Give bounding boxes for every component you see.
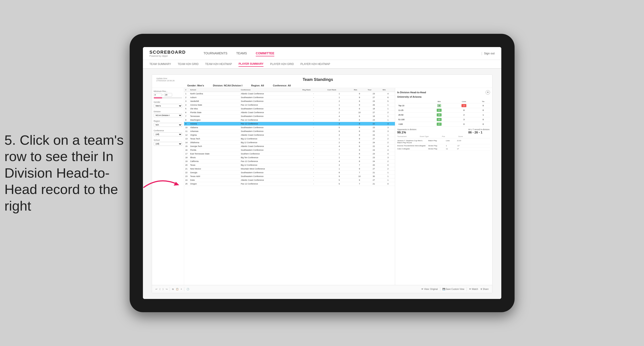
cell-win: 3 xyxy=(381,156,395,160)
cell-school: Texas Tech xyxy=(189,137,240,141)
table-row[interactable]: 25 Oregon Pac-12 Conference - 5 7 21 0 xyxy=(184,182,395,186)
tournament-score: -17 xyxy=(457,145,466,147)
sub-nav-team-summary[interactable]: TEAM SUMMARY xyxy=(150,62,171,66)
table-row[interactable]: 24 Duke Atlantic Coast Conference - 5 9 … xyxy=(184,178,395,182)
table-row[interactable]: 9 Arizona Pac-12 Conference - 3 8 22 3 xyxy=(184,122,395,126)
cell-win: 4 xyxy=(381,145,395,148)
eye-icon: 👁 xyxy=(421,288,424,290)
step-forward-button[interactable]: ⟩ xyxy=(162,288,164,290)
table-row[interactable]: 5 Ole Miss Southeastern Conference - 3 6… xyxy=(184,107,395,111)
min-rounds-input[interactable] xyxy=(154,93,162,97)
step-back-button[interactable]: ⟨ xyxy=(160,288,160,290)
cell-tour: 23 xyxy=(366,156,381,160)
share-button[interactable]: ⬆ Share xyxy=(480,288,489,290)
save-custom-button[interactable]: 💾 Save Custom View xyxy=(442,288,464,290)
clock-button[interactable]: 🕐 xyxy=(186,288,189,290)
cell-rank: 7 xyxy=(184,114,189,118)
cell-conference: Southeastern Conference xyxy=(240,114,301,118)
cell-school: Arizona xyxy=(189,122,240,126)
table-row[interactable]: 13 Texas Tech Big 12 Conference - 1 9 27… xyxy=(184,137,395,141)
table-row[interactable]: 6 Florida State Atlantic Coast Conferenc… xyxy=(184,111,395,114)
division-select[interactable]: NCAA Division I NCAA Division II NCAA Di… xyxy=(154,113,182,117)
sub-nav-player-h2h-heatmap[interactable]: PLAYER H2H HEATMAP xyxy=(300,62,330,66)
cell-conference: Atlantic Coast Conference xyxy=(240,92,301,96)
table-row[interactable]: 14 Oklahoma Big 12 Conference - 2 8 24 2 xyxy=(184,141,395,145)
table-row[interactable]: 2 Auburn Southeastern Conference - 1 9 2… xyxy=(184,96,395,99)
cell-rank: 11 xyxy=(184,130,189,133)
table-row[interactable]: 4 Arizona State Pac-12 Conference - 1 9 … xyxy=(184,103,395,107)
cell-conf-rank: 4 xyxy=(326,145,353,148)
conference-filter-display: Conference: All xyxy=(273,84,291,87)
table-row[interactable]: 18 Illinois Big Ten Conference - 1 9 23 … xyxy=(184,156,395,160)
nav-committee[interactable]: COMMITTEE xyxy=(256,51,274,56)
table-row[interactable]: 23 Texas A&M Southeastern Conference - 9… xyxy=(184,174,395,178)
cell-school: Auburn xyxy=(189,96,240,99)
view-original-button[interactable]: 👁 View: Original xyxy=(421,288,438,290)
table-row[interactable]: 7 Tennessee Southeastern Conference - 4 … xyxy=(184,114,395,118)
cell-rank: 2 xyxy=(184,96,189,99)
watch-button[interactable]: 👁 Watch xyxy=(469,288,478,290)
school-select[interactable]: (All) xyxy=(154,142,182,146)
cell-win: 2 xyxy=(381,111,395,114)
save-icon: 💾 xyxy=(442,288,445,290)
cell-rank: 20 xyxy=(184,163,189,167)
table-row[interactable]: 17 East Tennessee State Southern Confere… xyxy=(184,152,395,156)
cell-conference: Southeastern Conference xyxy=(240,171,301,174)
region-select[interactable]: N/A East West xyxy=(154,123,182,127)
h2h-loss: 13 xyxy=(452,103,476,108)
table-row[interactable]: 3 Vanderbilt Southeastern Conference - 2… xyxy=(184,99,395,103)
cell-win: 1 xyxy=(381,171,395,174)
table-row[interactable]: 21 New Mexico Mountain West Conference -… xyxy=(184,167,395,171)
h2h-row: 51-100 20 3 0 xyxy=(397,117,490,122)
cell-conference: Southeastern Conference xyxy=(240,126,301,130)
cell-school: Vanderbilt xyxy=(189,99,240,103)
table-row[interactable]: 10 Alabama Southeastern Conference - 5 8… xyxy=(184,126,395,130)
sub-nav-team-h2h-heatmap[interactable]: TEAM H2H HEATMAP xyxy=(205,62,232,66)
rounds-slider[interactable] xyxy=(154,97,182,98)
cell-rank: 10 xyxy=(184,126,189,130)
cell-rank: 22 xyxy=(184,171,189,174)
h2h-row: 26-50 25 2 1 xyxy=(397,113,490,117)
paste-button[interactable]: 📋 xyxy=(176,288,178,290)
cell-win: 1 xyxy=(381,107,395,111)
cell-conference: Pac-12 Conference xyxy=(240,160,301,163)
table-row[interactable]: 11 Arkansas Southeastern Conference - 6 … xyxy=(184,130,395,133)
sub-nav-team-h2h-grid[interactable]: TEAM H2H GRID xyxy=(178,62,198,66)
copy-button[interactable]: ⧉ xyxy=(172,288,174,291)
undo-button[interactable]: ↩ xyxy=(156,288,157,290)
gender-filter-label: Gender xyxy=(154,101,182,103)
cell-tour: 27 xyxy=(366,167,381,171)
table-row[interactable]: 15 Georgia Tech Atlantic Coast Conferenc… xyxy=(184,145,395,148)
nav-teams[interactable]: TEAMS xyxy=(236,51,247,56)
table-row[interactable]: 20 Texas Big 12 Conference - 3 7 20 0 xyxy=(184,163,395,167)
max-rounds-input[interactable] xyxy=(164,93,172,97)
h2h-col-loss: Loss xyxy=(452,100,476,103)
sign-out-link[interactable]: Sign out xyxy=(484,52,495,55)
region-filter-label: Region xyxy=(154,120,182,122)
gender-select[interactable]: Men's Women's xyxy=(154,104,182,108)
division-filter-label: Division xyxy=(154,111,182,113)
col-reg-rank: Reg Rank xyxy=(301,88,326,92)
table-row[interactable]: 16 Florida Southeastern Conference - 7 9… xyxy=(184,148,395,152)
h2h-close-button[interactable]: ✕ xyxy=(486,90,490,95)
table-row[interactable]: 22 Georgia Southeastern Conference - 8 7… xyxy=(184,171,395,174)
col-conference: Conference xyxy=(240,88,301,92)
h2h-col-range xyxy=(397,100,427,103)
table-row[interactable]: 12 Virginia Atlantic Coast Conference - … xyxy=(184,133,395,137)
cell-conference: Atlantic Coast Conference xyxy=(240,178,301,182)
h2h-table: Win Loss Tie Top 10 3 13 0 11-25 11 8 xyxy=(397,100,490,127)
redo-button[interactable]: ↪ xyxy=(166,288,168,290)
sub-nav-player-h2h-grid[interactable]: PLAYER H2H GRID xyxy=(270,62,294,66)
cell-win: 1 xyxy=(381,174,395,178)
tournament-col-name: Tournament xyxy=(397,136,406,138)
table-row[interactable]: 19 California Pac-12 Conference - 4 8 24… xyxy=(184,160,395,163)
table-row[interactable]: 1 North Carolina Atlantic Coast Conferen… xyxy=(184,92,395,96)
cell-rds: 7 xyxy=(352,171,366,174)
add-button[interactable]: + xyxy=(181,288,182,290)
col-school: School xyxy=(189,88,240,92)
conference-select[interactable]: (All) Atlantic Coast Conference Southeas… xyxy=(154,132,182,136)
cell-conf-rank: 3 xyxy=(326,107,353,111)
sub-nav-player-summary[interactable]: PLAYER SUMMARY xyxy=(238,61,263,67)
table-row[interactable]: 8 Washington Pac-12 Conference - 2 8 23 … xyxy=(184,118,395,122)
nav-tournaments[interactable]: TOURNAMENTS xyxy=(204,51,228,56)
